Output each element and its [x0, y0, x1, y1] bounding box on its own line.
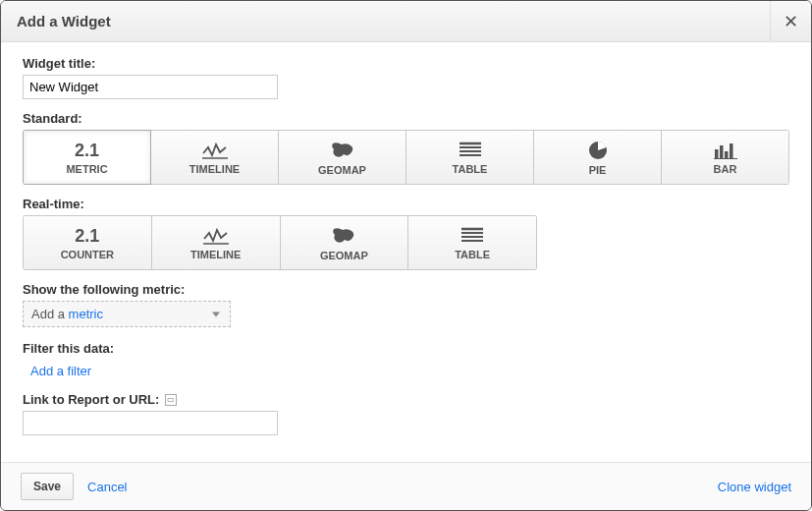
close-button[interactable]: ✕	[770, 1, 811, 41]
widget-type-label: GEOMAP	[318, 164, 366, 176]
standard-label: Standard:	[23, 111, 789, 126]
widget-type-label: TIMELINE	[189, 163, 240, 175]
save-button[interactable]: Save	[21, 473, 74, 500]
document-icon: ▭	[165, 394, 177, 406]
svg-rect-9	[730, 143, 733, 158]
table-icon	[461, 227, 483, 245]
widget-type-pie[interactable]: PIE	[534, 130, 662, 185]
realtime-label: Real-time:	[23, 197, 789, 211]
standard-widget-types: 2.1 METRIC TIMELINE GEOMAP TABLE PIE	[23, 130, 789, 185]
geomap-icon	[329, 141, 356, 160]
widget-type-geomap[interactable]: GEOMAP	[279, 130, 406, 185]
widget-type-label: METRIC	[66, 163, 107, 175]
widget-type-realtime-table[interactable]: TABLE	[408, 215, 537, 270]
widget-type-metric[interactable]: 2.1 METRIC	[23, 130, 151, 185]
metric-section-label: Show the following metric:	[23, 282, 789, 297]
widget-type-label: TABLE	[455, 249, 490, 260]
dropdown-prefix: Add a	[31, 307, 69, 321]
bar-icon	[714, 142, 737, 159]
widget-title-input[interactable]	[23, 75, 278, 99]
widget-type-label: TABLE	[453, 163, 488, 175]
widget-type-label: BAR	[714, 163, 737, 175]
widget-type-label: TIMELINE	[190, 249, 241, 260]
widget-type-timeline[interactable]: TIMELINE	[151, 130, 279, 185]
dialog-body: Widget title: Standard: 2.1 METRIC TIMEL…	[1, 42, 811, 445]
dialog-footer: Save Cancel Clone widget	[1, 462, 811, 510]
clone-widget-link[interactable]: Clone widget	[718, 480, 791, 494]
table-icon	[460, 142, 481, 159]
dropdown-link-word: metric	[69, 307, 103, 321]
add-filter-link[interactable]: Add a filter	[30, 364, 91, 378]
widget-type-table[interactable]: TABLE	[406, 130, 534, 185]
counter-icon: 2.1	[75, 227, 99, 245]
realtime-widget-types: 2.1 COUNTER TIMELINE GEOMAP TABLE	[23, 215, 537, 270]
widget-type-label: COUNTER	[61, 249, 114, 260]
svg-rect-6	[715, 149, 719, 158]
timeline-icon	[203, 227, 229, 245]
dialog-title: Add a Widget	[17, 13, 111, 29]
widget-type-realtime-timeline[interactable]: TIMELINE	[152, 215, 281, 270]
close-icon: ✕	[784, 11, 798, 32]
widget-type-realtime-geomap[interactable]: GEOMAP	[281, 215, 409, 270]
link-report-label: Link to Report or URL:	[23, 392, 159, 407]
widget-type-label: GEOMAP	[320, 250, 368, 261]
dialog-header: Add a Widget ✕	[1, 1, 811, 42]
cancel-link[interactable]: Cancel	[87, 480, 127, 494]
link-report-input[interactable]	[23, 411, 278, 435]
geomap-icon	[330, 226, 357, 246]
widget-type-bar[interactable]: BAR	[662, 130, 789, 185]
svg-rect-7	[720, 145, 724, 158]
timeline-icon	[202, 142, 228, 159]
add-metric-dropdown[interactable]: Add a metric	[23, 301, 231, 327]
widget-title-label: Widget title:	[23, 56, 789, 71]
metric-icon: 2.1	[75, 142, 99, 159]
pie-icon	[588, 141, 608, 160]
filter-section-label: Filter this data:	[23, 341, 789, 356]
widget-type-counter[interactable]: 2.1 COUNTER	[23, 215, 152, 270]
svg-rect-8	[725, 151, 729, 158]
widget-type-label: PIE	[589, 164, 607, 176]
